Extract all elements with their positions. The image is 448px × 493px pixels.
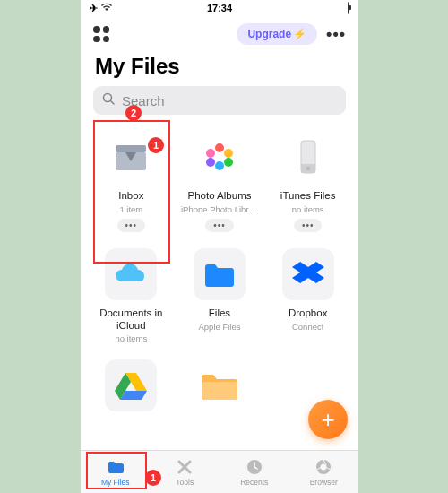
battery-icon (348, 3, 349, 13)
tile-label: iTunes Files (280, 190, 336, 203)
status-time: 17:34 (207, 3, 232, 13)
svg-point-4 (215, 143, 224, 152)
recents-tab-icon (246, 458, 263, 476)
plus-icon: + (321, 406, 334, 434)
icloud-icon (105, 248, 157, 300)
bolt-icon: ⚡ (293, 28, 306, 40)
tile-sub: Apple Files (198, 322, 240, 332)
svg-point-6 (224, 158, 233, 167)
app-menu-icon[interactable] (93, 26, 109, 42)
tile-sub: iPhone Photo Libra... (181, 204, 258, 214)
more-icon[interactable]: ••• (326, 25, 346, 44)
wifi-icon (101, 3, 112, 13)
status-bar: ✈ 17:34 (81, 0, 358, 16)
dropbox-icon (282, 248, 334, 300)
tile-files[interactable]: Files Apple Files (178, 243, 262, 350)
tile-sub: Connect (292, 322, 323, 332)
annotation-num-search: 2 (125, 105, 142, 121)
tile-sub: no items (292, 204, 324, 214)
search-icon (102, 92, 116, 108)
svg-point-9 (206, 149, 215, 158)
tab-browser[interactable]: Browser (289, 451, 359, 493)
tile-more-icon[interactable]: ••• (294, 219, 323, 232)
annotation-num-tab: 1 (145, 470, 161, 486)
browser-tab-icon (314, 458, 332, 476)
tile-label: Files (209, 307, 230, 320)
tile-folder[interactable] (178, 354, 262, 424)
photo-albums-icon (194, 131, 246, 183)
upgrade-button[interactable]: Upgrade ⚡ (237, 23, 317, 45)
add-button[interactable]: + (308, 400, 348, 439)
app-screen: ✈ 17:34 Upgrade ⚡ ••• My Files Search (81, 0, 358, 493)
svg-point-7 (215, 161, 224, 170)
folder-tab-icon (107, 458, 125, 476)
tab-label: Tools (176, 478, 194, 487)
tab-recents[interactable]: Recents (220, 451, 289, 493)
tile-sub: no items (115, 333, 147, 343)
tab-label: My Files (101, 478, 130, 487)
tile-dropbox[interactable]: Dropbox Connect (266, 243, 349, 350)
folder-icon (194, 359, 246, 411)
svg-point-5 (224, 149, 233, 158)
upgrade-label: Upgrade (247, 28, 291, 40)
tools-tab-icon (176, 458, 194, 476)
tile-label: Documents in iCloud (90, 307, 173, 333)
svg-rect-2 (116, 145, 146, 152)
svg-point-12 (306, 167, 310, 171)
svg-point-8 (206, 158, 215, 167)
files-icon (194, 248, 246, 300)
tile-photo-albums[interactable]: Photo Albums iPhone Photo Libra... ••• (178, 125, 262, 238)
tile-sub: 1 item (119, 204, 142, 214)
page-title: My Files (81, 52, 358, 86)
tile-itunes[interactable]: iTunes Files no items ••• (266, 125, 349, 238)
tab-my-files[interactable]: My Files (81, 451, 151, 493)
top-bar: Upgrade ⚡ ••• (81, 16, 358, 52)
itunes-icon (282, 131, 334, 183)
tab-label: Recents (240, 478, 268, 487)
airplane-icon: ✈ (90, 3, 98, 14)
tile-label: Inbox (118, 190, 143, 203)
tab-bar: My Files Tools Recents Browser (81, 450, 358, 493)
svg-line-1 (111, 101, 115, 105)
tile-more-icon[interactable]: ••• (117, 219, 146, 232)
tile-more-icon[interactable]: ••• (205, 219, 234, 232)
tile-label: Dropbox (289, 307, 327, 320)
tile-icloud[interactable]: Documents in iCloud no items (90, 243, 173, 350)
tile-label: Photo Albums (188, 190, 252, 203)
tab-label: Browser (310, 478, 338, 487)
tile-drive[interactable] (90, 354, 173, 424)
drive-icon (105, 359, 157, 411)
tab-tools[interactable]: Tools (151, 451, 220, 493)
svg-rect-13 (202, 382, 237, 400)
annotation-num-inbox: 1 (148, 137, 164, 153)
folder-grid: Inbox 1 item ••• Photo Albums iPhone Pho… (81, 125, 358, 424)
